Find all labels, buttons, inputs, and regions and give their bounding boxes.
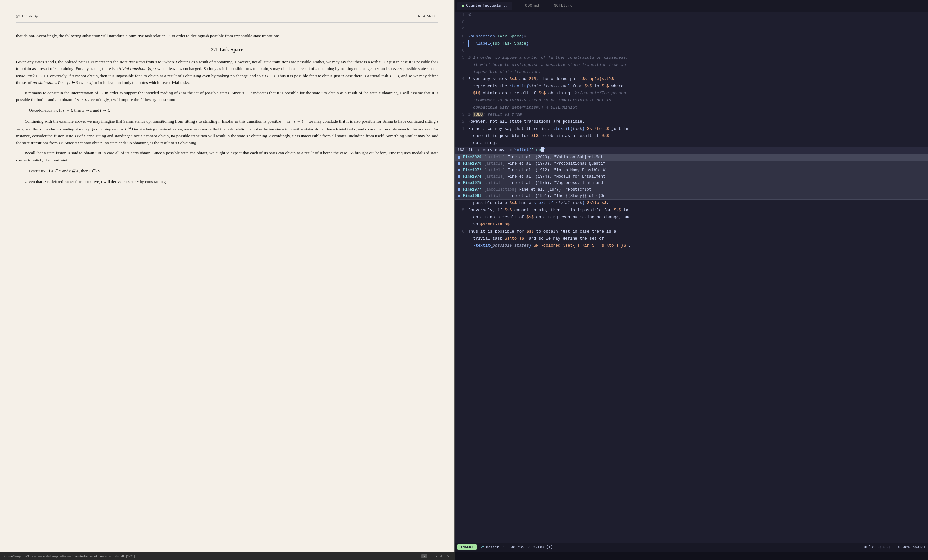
ac-desc: Fine et al. (1974), "Models for Entailme… [508, 174, 605, 179]
ac-type: [article] [484, 155, 505, 160]
line-row: framework is naturally taken to be indet… [455, 97, 928, 104]
pdf-content: that do not. Accordingly, the following … [16, 32, 438, 186]
tab-todo[interactable]: TODO.md [513, 2, 543, 10]
line-num: 5 [455, 55, 468, 61]
ac-item-fine1972[interactable]: Fine1972 [article] Fine et al. (1972), "… [455, 167, 928, 173]
page-3-btn[interactable]: 3 [429, 554, 435, 558]
pdf-filepath: /home/benjamin/Documents/Philosophy/Pape… [4, 554, 124, 558]
status-filetype: <.tex [+] [533, 545, 553, 549]
line-row: 8 \subsection{Task Space}% [455, 33, 928, 40]
line-row: possible state $s$ has a \textit{trivial… [455, 199, 928, 207]
line-row: 6 [455, 47, 928, 54]
line-row: 10 [455, 19, 928, 26]
status-percent: 38% [903, 545, 910, 549]
ac-icon [458, 188, 460, 191]
line-content-active: It is very easy to \citet{Fine} [468, 147, 928, 154]
line-num: 2 [455, 119, 468, 125]
ac-key: Fine1975 [463, 181, 481, 186]
line-content: Given any states $s$ and $t$, the ordere… [468, 76, 928, 82]
pdf-header: §2.1 Task Space Brast-McKie [16, 13, 438, 23]
line-num: 8 [455, 33, 468, 40]
page-2-btn[interactable]: 2 [421, 554, 428, 558]
editor-content: 11 % 10 9 8 \subsection{Task Space}% 7 [455, 12, 928, 249]
line-content: obtaining. [468, 140, 928, 146]
line-num: 10 [455, 19, 468, 26]
ac-key: Fine1991 [463, 194, 481, 198]
status-bar: INSERT ⎇ master › +38 ~35 -2 <.tex [+] u… [455, 543, 928, 552]
quasi-reflexivity: Quasi-Reflexivity: If s → t, then s → s … [29, 107, 425, 114]
ac-icon [458, 175, 460, 178]
pdf-para-2: It remains to constrain the interpretati… [16, 90, 438, 103]
tab-counterfactuals[interactable]: Counterfactuals... [457, 2, 513, 10]
ac-desc: Fine et al. (1977), "Postscript" [519, 187, 594, 192]
ac-item-fine1975[interactable]: Fine1975 [article] Fine et al. (1975), "… [455, 180, 928, 186]
status-mode: INSERT [457, 545, 476, 550]
line-content: framework is naturally taken to be indet… [468, 97, 928, 103]
status-position: 663:31 [913, 545, 925, 549]
line-row: obtaining. [455, 140, 928, 147]
possibility-label: Possibility: If s ∈ P and t ⊑ s , then t… [29, 167, 425, 174]
ac-key: Fine1972 [463, 168, 481, 172]
status-changes: +38 ~35 -2 [509, 545, 530, 549]
ac-icon [458, 169, 460, 172]
page-5-btn[interactable]: 5 [445, 554, 451, 558]
ac-type: [incollection] [484, 187, 517, 192]
ac-icon [458, 182, 460, 184]
editor-main[interactable]: 11 % 10 9 8 \subsection{Task Space}% 7 [455, 12, 928, 543]
autocomplete-dropdown: Fine2020 [article] Fine et al. (2020), "… [455, 154, 928, 199]
tab-bar: Counterfactuals... TODO.md NOTES.md [455, 0, 928, 12]
ac-icon [458, 163, 460, 165]
page-nav: 1 2 3 › 4 5 [414, 554, 451, 558]
line-num: 3 [455, 111, 468, 118]
line-row: impossible state transition. [455, 68, 928, 76]
ac-item-fine1970[interactable]: Fine1970 [article] Fine et al. (1970), "… [455, 160, 928, 167]
line-content: % In order to impose a number of further… [468, 55, 928, 61]
page-4-btn[interactable]: 4 [438, 554, 444, 558]
line-num: 7 [455, 40, 468, 47]
line-num: 9 [455, 26, 468, 33]
line-content: \textit{possible states} $P \coloneq \se… [468, 242, 928, 249]
active-line-row: 663 It is very easy to \citet{Fine} [455, 147, 928, 154]
ac-type: [article] [484, 168, 505, 172]
line-content [468, 47, 928, 54]
ac-desc: Fine et al. (2020), "Yablo on Subject-Ma… [508, 155, 605, 160]
ac-desc: Fine et al. (1970), "Propositional Quant… [508, 161, 605, 166]
line-num: 5 [455, 207, 468, 213]
ac-item-fine2020[interactable]: Fine2020 [article] Fine et al. (2020), "… [455, 154, 928, 160]
ac-type: [article] [484, 181, 505, 186]
line-row: 5 % In order to impose a number of furth… [455, 54, 928, 61]
ac-type: [article] [484, 161, 505, 166]
editor-bottom-bar [455, 552, 928, 560]
pdf-bottom-bar: /home/benjamin/Documents/Philosophy/Pape… [0, 552, 455, 560]
page-1-btn[interactable]: 1 [414, 554, 420, 558]
tab-notes[interactable]: NOTES.md [544, 2, 577, 10]
tab-square-todo [517, 5, 521, 7]
ac-item-fine1991[interactable]: Fine1991 [article] Fine et al. (1991), "… [455, 193, 928, 199]
pdf-section-label: §2.1 Task Space [16, 13, 43, 20]
pdf-para-5: Given that P is defined rather than prim… [16, 178, 438, 186]
pdf-panel: §2.1 Task Space Brast-McKie that do not.… [0, 0, 455, 552]
pdf-para-1: Given any states s and t, the ordered pa… [16, 58, 438, 86]
ac-type: [article] [484, 174, 505, 179]
tab-counterfactuals-label: Counterfactuals... [466, 3, 508, 8]
ac-desc: Fine et al. (1972), "In so Many Possible… [508, 168, 605, 172]
line-num-active: 663 [455, 147, 468, 154]
line-num: 4 [455, 76, 468, 82]
line-row: 11 % [455, 12, 928, 19]
vline [468, 40, 469, 47]
editor-panel: Counterfactuals... TODO.md NOTES.md 11 % [455, 0, 928, 552]
line-content: Conversely, if $s$ cannot obtain, then i… [468, 207, 928, 213]
line-row: case it is possible for $t$ to obtain as… [455, 132, 928, 140]
line-row: 2 However, not all state transitions are… [455, 118, 928, 125]
line-num: 6 [455, 47, 468, 54]
line-content: obtain as a result of $s$ obtaining even… [468, 214, 928, 221]
line-row: \textit{possible states} $P \coloneq \se… [455, 242, 928, 249]
pdf-para-3: Continuing with the example above, we ma… [16, 118, 438, 146]
ac-key: Fine1974 [463, 174, 481, 179]
tab-square-notes [549, 5, 552, 7]
ac-desc: Fine et al. (1991), "The {{Study}} of {{… [508, 194, 605, 198]
ac-key: Fine1970 [463, 161, 481, 166]
line-content: % [468, 12, 928, 18]
ac-item-fine1977[interactable]: Fine1977 [incollection] Fine et al. (197… [455, 186, 928, 193]
ac-item-fine1974[interactable]: Fine1974 [article] Fine et al. (1974), "… [455, 173, 928, 180]
